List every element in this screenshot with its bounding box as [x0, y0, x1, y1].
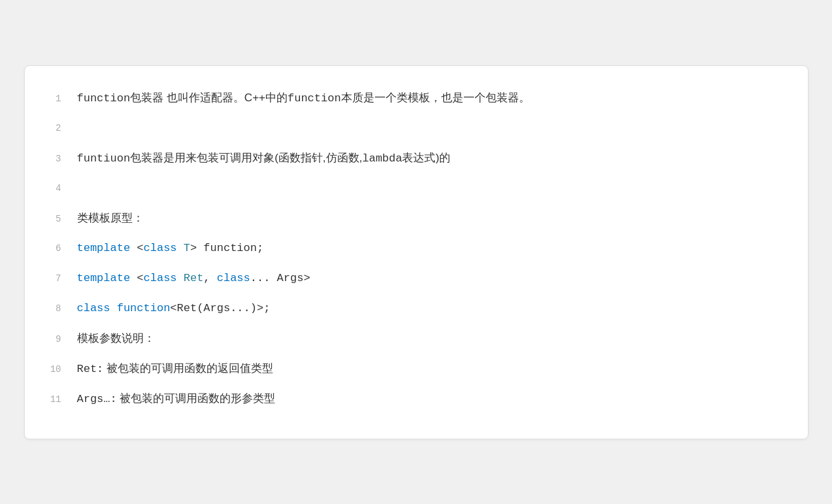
- line-content: 类模板原型：: [77, 209, 144, 229]
- line-content-empty: [77, 118, 84, 139]
- line-number: 9: [38, 331, 61, 348]
- line-content: function包装器 也叫作适配器。C++中的function本质是一个类模板…: [77, 88, 530, 109]
- code-line: 2: [38, 117, 795, 147]
- code-container: 1function包装器 也叫作适配器。C++中的function本质是一个类模…: [24, 65, 808, 439]
- line-number: 10: [38, 361, 61, 378]
- line-content: 模板参数说明：: [77, 329, 155, 350]
- code-line: 11Args…: 被包装的可调用函数的形参类型: [38, 388, 795, 418]
- line-number: 11: [38, 392, 61, 408]
- line-content: funtiuon包装器是用来包装可调用对象(函数指针,仿函数,lambda表达式…: [77, 148, 451, 169]
- line-content: Args…: 被包装的可调用函数的形参类型: [77, 389, 276, 410]
- code-line: 7template <class Ret, class... Args>: [38, 267, 795, 297]
- code-line: 5类模板原型：: [38, 207, 795, 237]
- line-number: 4: [38, 180, 61, 197]
- line-number: 1: [38, 91, 61, 107]
- code-line: 10Ret: 被包装的可调用函数的返回值类型: [38, 358, 795, 388]
- code-line: 8class function<Ret(Args...)>;: [38, 297, 795, 328]
- line-number: 2: [38, 120, 61, 137]
- code-line: 6template <class T> function;: [38, 237, 795, 267]
- code-line: 1function包装器 也叫作适配器。C++中的function本质是一个类模…: [38, 87, 795, 117]
- line-content: Ret: 被包装的可调用函数的返回值类型: [77, 359, 274, 380]
- code-line: 9模板参数说明：: [38, 328, 795, 358]
- line-number: 6: [38, 241, 61, 257]
- code-block: 1function包装器 也叫作适配器。C++中的function本质是一个类模…: [38, 87, 795, 418]
- line-number: 8: [38, 301, 61, 317]
- code-line: 3funtiuon包装器是用来包装可调用对象(函数指针,仿函数,lambda表达…: [38, 147, 795, 177]
- line-content: template <class Ret, class... Args>: [77, 269, 310, 289]
- line-number: 7: [38, 271, 61, 287]
- line-number: 5: [38, 211, 61, 227]
- line-number: 3: [38, 151, 61, 167]
- code-line: 4: [38, 177, 795, 207]
- line-content: template <class T> function;: [77, 239, 264, 259]
- line-content: class function<Ret(Args...)>;: [77, 299, 271, 319]
- line-content-empty: [77, 178, 84, 199]
